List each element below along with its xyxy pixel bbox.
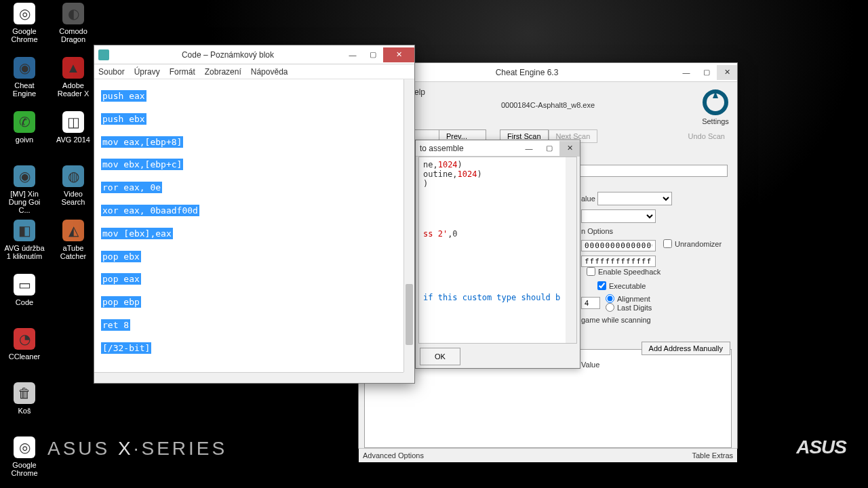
range-from-input[interactable] (581, 240, 656, 251)
desktop-icon[interactable]: ✆goivn (3, 111, 46, 144)
desktop-icon[interactable]: ◔CCleaner (3, 328, 46, 361)
aa-close-button[interactable]: ✕ (559, 141, 580, 156)
np-vscrollbar[interactable] (403, 79, 414, 372)
ce-process-label: 0000184C-Asphalt8_w8.exe (364, 100, 732, 110)
desktop-icon[interactable]: ◭aTube Catcher (52, 220, 95, 260)
aa-code-editor[interactable]: ne,1024)outine,1024))ss 2',0if this cust… (418, 157, 577, 344)
aa-scrollbar[interactable] (566, 157, 576, 343)
np-menubar: Soubor Úpravy Formát Zobrazení Nápověda (94, 64, 414, 79)
ce-menubar: le D3D Help (364, 85, 732, 100)
value-type-label: alue (581, 195, 595, 203)
alignment-input[interactable] (581, 297, 600, 309)
desktop-icon[interactable]: ◧AVG údržba 1 kliknutím (3, 220, 46, 260)
alignment-radio[interactable] (606, 294, 614, 303)
app-icon: ◐ (62, 3, 84, 24)
icon-label: Google Chrome (3, 27, 46, 43)
executable-checkbox[interactable] (597, 281, 606, 290)
undo-scan-button: Undo Scan (682, 130, 732, 142)
icon-label: Koš (18, 407, 31, 415)
desktop-icon[interactable]: ◍Video Search (52, 165, 95, 206)
aa-ok-button[interactable]: OK (420, 348, 460, 365)
value-type-select[interactable] (597, 192, 672, 205)
last-digits-radio[interactable] (606, 303, 614, 312)
desktop-icon[interactable]: ◐Comodo Dragon (52, 3, 95, 43)
icon-label: Cheat Engine (3, 81, 46, 98)
notepad-textarea[interactable]: push eaxpush ebxmov eax,[ebp+8]mov ebx,[… (94, 79, 414, 365)
asus-logo: ASUS (796, 436, 846, 458)
pause-scan-label: game while scanning (581, 316, 730, 324)
range-to-input[interactable] (581, 256, 656, 267)
np-minimize-button[interactable]: — (342, 47, 363, 62)
ce-settings-link[interactable]: Settings (702, 117, 729, 125)
table-extras-link[interactable]: Table Extras (692, 451, 733, 460)
app-icon: ◫ (62, 111, 84, 133)
desktop-icon[interactable]: ◉[MV] Xin Dung Goi C... (3, 165, 46, 214)
app-icon: ✆ (14, 111, 35, 133)
app-icon: ▭ (14, 274, 35, 296)
aa-titlebar[interactable]: to assemble — ▢ ✕ (416, 140, 580, 157)
notepad-window: Code – Poznámkový blok — ▢ ✕ Soubor Úpra… (94, 45, 415, 384)
table-value-header: Value (581, 361, 730, 369)
np-resize-grip[interactable] (403, 372, 414, 383)
speedhack-checkbox[interactable] (587, 267, 595, 276)
desktop-icon[interactable]: 🗑Koš (3, 382, 46, 415)
icon-label: aTube Catcher (52, 244, 95, 260)
np-close-button[interactable]: ✕ (383, 47, 414, 62)
app-icon: ▲ (62, 57, 84, 79)
scan-type-select[interactable] (581, 209, 656, 223)
np-menu-view[interactable]: Zobrazení (205, 67, 241, 77)
ce-title: Cheat Engine 6.3 (378, 68, 676, 77)
icon-label: Comodo Dragon (52, 27, 95, 43)
app-icon: ◭ (62, 220, 84, 241)
app-icon: ◎ (14, 3, 35, 24)
app-icon: ◍ (62, 165, 84, 187)
desktop-icon[interactable]: ▭Code (3, 274, 46, 306)
asus-series-label: ASUS X·SERIES (47, 438, 227, 460)
icon-label: [MV] Xin Dung Goi C... (3, 190, 46, 214)
scan-options-label: n Options (581, 227, 730, 235)
np-title: Code – Poznámkový blok (113, 50, 342, 60)
maximize-button[interactable]: ▢ (696, 65, 717, 80)
icon-label: Video Search (52, 190, 95, 206)
ce-logo-icon[interactable] (702, 89, 729, 116)
close-button[interactable]: ✕ (717, 65, 737, 80)
ce-titlebar[interactable]: Cheat Engine 6.3 — ▢ ✕ (359, 63, 737, 82)
np-menu-format[interactable]: Formát (170, 67, 195, 77)
np-menu-file[interactable]: Soubor (98, 67, 125, 77)
icon-label: AVG údržba 1 kliknutím (3, 244, 46, 260)
desktop-icon[interactable]: ◉Cheat Engine (3, 57, 46, 98)
app-icon: ◔ (14, 328, 35, 350)
notepad-icon (98, 49, 109, 60)
app-icon: ◉ (14, 57, 35, 79)
desktop-icon[interactable]: ◫AVG 2014 (52, 111, 95, 144)
auto-assemble-window: to assemble — ▢ ✕ ne,1024)outine,1024))s… (415, 140, 580, 369)
desktop-icon[interactable]: ▲Adobe Reader X (52, 57, 95, 98)
icon-label: goivn (16, 136, 33, 144)
icon-label: Adobe Reader X (52, 81, 95, 98)
unrandomizer-checkbox[interactable] (663, 239, 672, 248)
icon-label: Code (16, 298, 33, 306)
icon-label: Google Chrome (3, 461, 46, 477)
app-icon: 🗑 (14, 382, 35, 404)
np-menu-help[interactable]: Nápověda (251, 67, 288, 77)
icon-label: CCleaner (9, 352, 40, 361)
desktop-icon[interactable]: ◎Google Chrome (3, 436, 46, 477)
app-icon: ◉ (14, 165, 35, 187)
np-hscrollbar[interactable] (94, 372, 403, 383)
advanced-options-link[interactable]: Advanced Options (363, 451, 424, 460)
app-icon: ◎ (14, 436, 35, 458)
scan-value-input[interactable] (580, 165, 728, 177)
minimize-button[interactable]: — (676, 65, 696, 80)
aa-minimize-button[interactable]: — (519, 141, 539, 156)
desktop-icon[interactable]: ◎Google Chrome (3, 3, 46, 43)
add-address-button[interactable]: Add Address Manually (642, 342, 730, 355)
np-titlebar[interactable]: Code – Poznámkový blok — ▢ ✕ (94, 45, 414, 64)
aa-maximize-button[interactable]: ▢ (539, 141, 559, 156)
np-maximize-button[interactable]: ▢ (363, 47, 383, 62)
icon-label: AVG 2014 (56, 136, 90, 144)
np-menu-edit[interactable]: Úpravy (134, 67, 160, 77)
app-icon: ◧ (14, 220, 35, 241)
